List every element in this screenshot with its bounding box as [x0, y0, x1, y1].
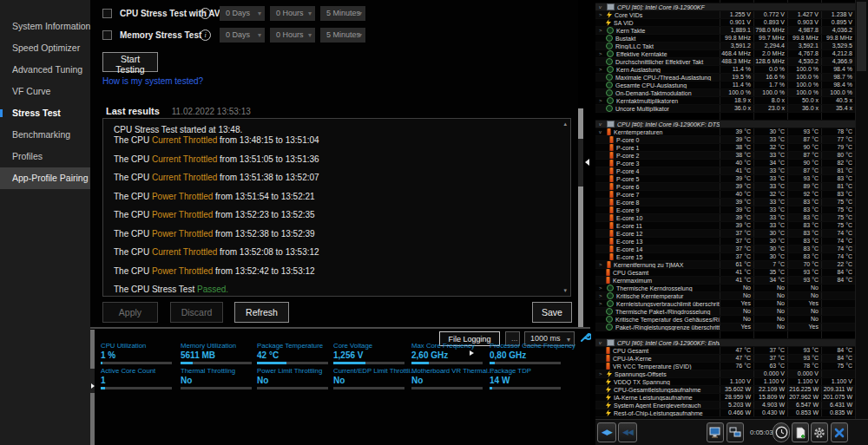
checkbox-memory-stress-test[interactable]: [102, 30, 112, 40]
sensor-row-e-core-9[interactable]: E-core 939 °C33 °C83 °C75 °C: [595, 206, 855, 214]
sensor-row-kern-takte[interactable]: >Kern Takte1,889.1 MHz798.0 MHz4,987.8 M…: [595, 27, 855, 35]
expand-icon[interactable]: >: [599, 97, 607, 104]
sensor-row-p-core-0[interactable]: P-core 039 °C33 °C87 °C77 °C: [595, 136, 855, 144]
hwinfo-scrollbar-thumb[interactable]: [857, 2, 866, 71]
sensor-section-header[interactable]: vCPU [#0]: Intel Core i9-12900KF: [595, 3, 855, 11]
sidebar-item-vf-curve[interactable]: VF Curve: [0, 81, 90, 102]
remote-monitor-button[interactable]: [707, 422, 724, 442]
sensor-row-e-core-8[interactable]: E-core 839 °C33 °C83 °C75 °C: [595, 199, 855, 206]
expand-icon[interactable]: >: [599, 370, 607, 377]
sidebar-item-speed-optimizer[interactable]: Speed Optimizer: [0, 37, 90, 59]
swap-columns-button[interactable]: ◀▶: [597, 422, 616, 442]
checkbox-cpu-stress-test-with-avx2[interactable]: [102, 9, 112, 18]
info-icon[interactable]: [200, 8, 211, 19]
apply-button[interactable]: Apply: [102, 302, 158, 323]
close-button[interactable]: [831, 422, 848, 442]
wrench-icon[interactable]: [579, 331, 591, 344]
sensor-row-gesamte-cpu-auslastung[interactable]: Gesamte CPU-Auslastung11.4 %1.7 %100.0 %…: [595, 82, 855, 89]
expand-monitor-icon[interactable]: [91, 383, 95, 389]
sensor-row-p-core-2[interactable]: P-core 238 °C33 °C87 °C80 °C: [595, 152, 855, 160]
sensor-row-p-core-7[interactable]: P-core 740 °C32 °C92 °C83 °C: [595, 191, 855, 199]
sidebar-item-stress-test[interactable]: Stress Test: [0, 102, 90, 124]
sensor-row-vr-vcc-temperature-svid[interactable]: VR VCC Temperature (SVID)76 °C63 °C78 °C…: [595, 363, 855, 370]
sensor-row-kernleistungsverbrauchlimit-berschritten[interactable]: >Kernleistungsverbrauchlimit überschritt…: [595, 300, 855, 308]
help-link[interactable]: How is my system tested?: [102, 76, 203, 86]
expand-icon[interactable]: >: [599, 50, 607, 57]
sensor-section-header[interactable]: vCPU [#0]: Intel Core i9-12900KF: Enhanc…: [595, 339, 855, 347]
expand-icon[interactable]: >: [599, 292, 607, 299]
settings-button[interactable]: [811, 422, 828, 442]
discard-button[interactable]: Discard: [170, 302, 223, 323]
sensor-row-spannungs-offsets[interactable]: >Spannungs-Offsets0.000 V0.000 V: [595, 370, 855, 378]
expand-icon[interactable]: >: [599, 11, 607, 18]
sensor-row-e-core-12[interactable]: E-core 1237 °C30 °C83 °C74 °C: [595, 230, 855, 238]
sensor-row-thermische-kerndrosselung[interactable]: >Thermische KerndrosselungNoNoNo: [595, 285, 855, 292]
expand-icon[interactable]: v: [599, 339, 607, 346]
new-report-button[interactable]: [792, 422, 809, 442]
clock-button[interactable]: [773, 422, 790, 442]
sensor-row-uncore-multiplikator[interactable]: Uncore Multiplikator36.0 x23.0 x36.0 x35…: [595, 105, 855, 113]
sensor-row-ring-llc-takt[interactable]: Ring/LLC Takt3,591.2 MHz2,294.4 MHz3,592…: [595, 43, 855, 50]
expand-icon[interactable]: v: [599, 128, 607, 135]
sidebar-item-benchmarking[interactable]: Benchmarking: [0, 124, 90, 146]
sensor-row-p-core-1[interactable]: P-core 138 °C32 °C90 °C79 °C: [595, 144, 855, 152]
scroll-up-icon[interactable]: ▴: [563, 121, 567, 128]
scroll-down-icon[interactable]: ▾: [563, 287, 567, 294]
sensor-row-kerntaktmultiplikatoren[interactable]: >Kerntaktmultiplikatoren18.9 x8.0 x50.0 …: [595, 97, 855, 105]
sensor-row-on-demand-taktmodulation[interactable]: On-Demand-Taktmodulation100.0 %100.0 %10…: [595, 89, 855, 97]
collapse-panel-left-icon[interactable]: [585, 159, 589, 166]
sensor-row-cpu-gesamt[interactable]: CPU Gesamt41 °C35 °C93 °C84 °C: [595, 269, 855, 277]
sensor-row-p-core-4[interactable]: P-core 441 °C33 °C87 °C81 °C: [595, 167, 855, 175]
sensor-row-e-core-15[interactable]: E-core 1537 °C30 °C83 °C74 °C: [595, 253, 855, 261]
expand-icon[interactable]: v: [599, 121, 607, 128]
monitor-scrollbar-thumb[interactable]: [90, 369, 95, 393]
sensor-section-header[interactable]: vCPU [#0]: Intel Core i9-12900KF: DTS: [595, 121, 855, 128]
sensor-row-rest-of-chip-leistungsaufnahme[interactable]: Rest-of-Chip-Leistungsaufnahme0.466 W0.4…: [595, 409, 855, 417]
hours-select[interactable]: 0 Hours: [270, 28, 315, 43]
sensor-row-p-core-5[interactable]: P-core 539 °C33 °C93 °C83 °C: [595, 175, 855, 183]
save-button[interactable]: Save: [532, 302, 572, 323]
sensor-row-sa-vid[interactable]: SA VID0.901 V0.893 V0.903 V0.895 V: [595, 19, 855, 27]
collapse-all-button[interactable]: ◀◀: [618, 422, 637, 442]
sidebar-item-app-profile-pairing[interactable]: App-Profile Pairing: [0, 167, 90, 189]
start-testing-button[interactable]: Start Testing: [102, 52, 158, 72]
expand-icon[interactable]: >: [599, 300, 607, 307]
expand-icon[interactable]: >: [599, 285, 607, 291]
sensor-row-p-core-3[interactable]: P-core 340 °C34 °C90 °C82 °C: [595, 160, 855, 167]
expand-icon[interactable]: >: [599, 261, 607, 268]
sensor-row-paket-ringleistungsgrenze-berschritten[interactable]: Paket-/Ringleistungsgrenze überschritten…: [595, 324, 855, 331]
log-box[interactable]: ▴ CPU Stress Test started at 13:48.The C…: [102, 118, 571, 297]
expand-icon[interactable]: v: [599, 3, 607, 10]
sidebar-item-system-information[interactable]: System Information: [0, 16, 90, 37]
sensor-row-cpu-gesamt[interactable]: CPU Gesamt47 °C37 °C93 °C84 °C: [595, 347, 855, 355]
sensor-row-kernmaximum[interactable]: Kernmaximum41 °C34 °C93 °C84 °C: [595, 277, 855, 285]
sensor-row-p-core-6[interactable]: P-core 639 °C33 °C89 °C81 °C: [595, 183, 855, 191]
sensor-row-durchschnittlicher-effektiver-takt[interactable]: Durchschnittlicher Effektiver Takt488.3 …: [595, 58, 855, 66]
hours-select[interactable]: 0 Hours: [270, 6, 315, 21]
xtu-scrollbar-thumb[interactable]: [578, 139, 583, 187]
sensor-row-vddq-tx-spannung[interactable]: VDDQ TX Spannung1.100 V1.100 V1.100 V1.1…: [595, 378, 855, 386]
sensor-row-kern-auslastung[interactable]: >Kern Auslastung11.4 %0.0 %100.0 %98.4 %: [595, 66, 855, 74]
sensor-row-cpu-ia-kerne[interactable]: CPU-IA-Kerne47 °C37 °C93 °C84 °C: [595, 355, 855, 363]
expand-icon[interactable]: >: [599, 66, 607, 73]
sensor-row-e-core-13[interactable]: E-core 1337 °C30 °C83 °C74 °C: [595, 238, 855, 245]
sidebar-item-profiles[interactable]: Profiles: [0, 146, 90, 167]
sensor-row-thermische-paket-ringdrosselung[interactable]: Thermische Paket-/RingdrosselungNoNoNo: [595, 308, 855, 316]
sensor-row-maximale-cpu-thread-auslastung[interactable]: Maximale CPU-/Thread-Auslastung19.5 %16.…: [595, 74, 855, 82]
days-select[interactable]: 0 Days: [220, 28, 265, 43]
sensor-row-bustakt[interactable]: Bustakt99.8 MHz99.7 MHz99.8 MHz99.8 MHz: [595, 35, 855, 43]
info-icon[interactable]: [200, 29, 211, 41]
refresh-button[interactable]: Refresh: [234, 302, 289, 323]
sensor-row-kernentfernung-zu-tjmax[interactable]: >Kernentfernung zu TjMAX61 °C7 °C70 °C22…: [595, 261, 855, 269]
sensor-row-system-agent-energieverbrauch[interactable]: System Agent Energieverbrauch5.203 W4.90…: [595, 402, 855, 409]
sensor-row-ia-kerne-leistungsaufnahme[interactable]: IA-Kerne Leistungsaufnahme28.959 W15.809…: [595, 394, 855, 402]
sensor-row-kerntemperaturen[interactable]: vKerntemperaturen39 °C30 °C93 °C78 °C: [595, 128, 855, 136]
sensor-row-core-vids[interactable]: >Core VIDs1.255 V0.772 V1.427 V1.238 V: [595, 11, 855, 19]
sensor-row-kritische-temperatur-des-geh-uses-rings[interactable]: Kritische Temperatur des Gehäuses/RingsN…: [595, 316, 855, 324]
sensor-row-kritische-kerntemperatur[interactable]: >Kritische KerntemperaturNoNoNo: [595, 292, 855, 300]
minutes-select[interactable]: 5 Minutes: [320, 28, 365, 43]
sidebar-item-advanced-tuning[interactable]: Advanced Tuning: [0, 59, 90, 81]
sensor-row-e-core-11[interactable]: E-core 1139 °C33 °C83 °C75 °C: [595, 222, 855, 230]
days-select[interactable]: 0 Days: [220, 6, 265, 21]
sensor-row-effektive-kerntakte[interactable]: >Effektive Kerntakte468.4 MHz2.0 MHz4,76…: [595, 50, 855, 58]
